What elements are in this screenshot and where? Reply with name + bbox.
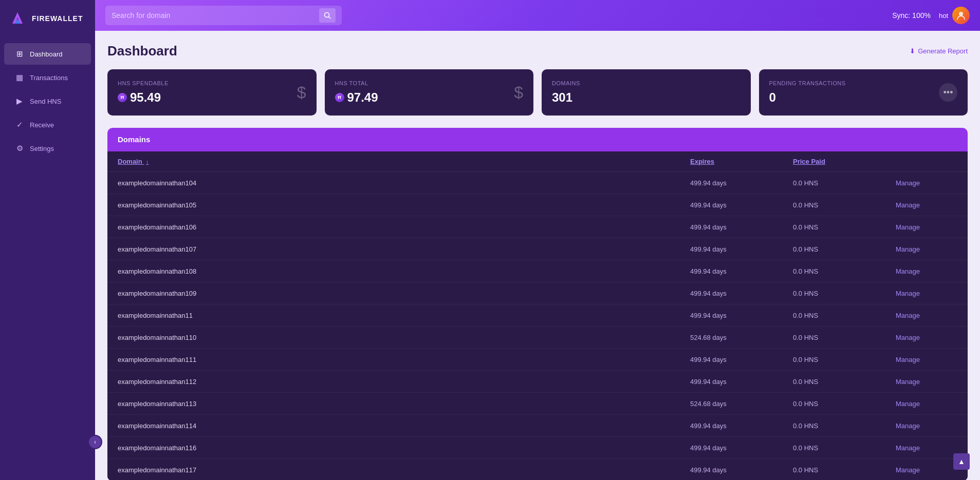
cell-domain-8: exampledomainnathan111 [118,356,690,363]
cell-price-12: 0.0 HNS [793,444,896,452]
cell-manage-12[interactable]: Manage [896,443,957,452]
manage-link-4[interactable]: Manage [896,267,920,275]
cell-price-7: 0.0 HNS [793,334,896,341]
sidebar-header: FIREWALLET [0,0,95,37]
cell-manage-9[interactable]: Manage [896,377,957,386]
search-input[interactable] [112,11,315,20]
more-options-button[interactable]: ••• [939,83,957,102]
hns-icon-spendable: Ħ [118,93,127,102]
cell-expires-13: 499.94 days [690,466,793,474]
topbar: Sync: 100% hot [95,0,980,31]
table-row: exampledomainnathan109 499.94 days 0.0 H… [107,282,968,304]
cell-manage-13[interactable]: Manage [896,465,957,474]
sync-status: Sync: 100% [892,11,931,20]
cell-price-4: 0.0 HNS [793,267,896,275]
manage-link-2[interactable]: Manage [896,223,920,231]
manage-link-12[interactable]: Manage [896,444,920,452]
transactions-icon: ▦ [14,73,25,82]
col-header-price[interactable]: Price Paid [793,158,896,165]
manage-link-11[interactable]: Manage [896,422,920,430]
cell-manage-2[interactable]: Manage [896,222,957,232]
receive-icon: ✓ [14,120,25,129]
col-header-expires[interactable]: Expires [690,158,793,165]
cell-manage-3[interactable]: Manage [896,244,957,254]
manage-link-9[interactable]: Manage [896,378,920,386]
sidebar-item-send-hns[interactable]: ▶ Send HNS [4,90,91,112]
stat-value-domains: 301 [552,90,580,105]
generate-report-button[interactable]: ⬇ Generate Report [910,47,968,55]
brand-name: FIREWALLET [32,14,83,23]
cell-price-10: 0.0 HNS [793,400,896,408]
cell-manage-0[interactable]: Manage [896,178,957,187]
cell-manage-7[interactable]: Manage [896,333,957,342]
cell-manage-5[interactable]: Manage [896,289,957,298]
sidebar-item-receive[interactable]: ✓ Receive [4,114,91,136]
main-area: Sync: 100% hot Dashboard ⬇ Generate Repo… [95,0,980,480]
table-header: Domain ↕ Expires Price Paid [107,151,968,172]
cell-price-9: 0.0 HNS [793,378,896,386]
manage-link-8[interactable]: Manage [896,356,920,363]
table-row: exampledomainnathan117 499.94 days 0.0 H… [107,459,968,480]
table-row: exampledomainnathan112 499.94 days 0.0 H… [107,371,968,393]
cell-expires-11: 499.94 days [690,422,793,430]
stat-card-pending: PENDING TRANSACTIONS 0 ••• [759,69,968,116]
cell-domain-9: exampledomainnathan112 [118,378,690,386]
manage-link-7[interactable]: Manage [896,334,920,341]
cell-price-13: 0.0 HNS [793,466,896,474]
cell-domain-2: exampledomainnathan106 [118,223,690,231]
search-icon [324,12,331,19]
generate-report-label: Generate Report [918,47,968,55]
domains-table: Domain ↕ Expires Price Paid exampledomai… [107,151,968,480]
sidebar-label-receive: Receive [30,121,54,129]
cell-manage-10[interactable]: Manage [896,399,957,408]
cell-price-8: 0.0 HNS [793,356,896,363]
col-header-domain[interactable]: Domain ↕ [118,158,690,165]
cell-manage-6[interactable]: Manage [896,311,957,320]
table-row: exampledomainnathan104 499.94 days 0.0 H… [107,172,968,194]
cell-domain-0: exampledomainnathan104 [118,179,690,187]
search-button[interactable] [319,8,336,23]
col-header-action [896,158,957,165]
sidebar-label-transactions: Transactions [30,74,68,82]
page-title: Dashboard [107,43,177,59]
manage-link-10[interactable]: Manage [896,400,920,408]
sidebar: FIREWALLET ⊞ Dashboard ▦ Transactions ▶ … [0,0,95,480]
stat-value-spendable: Ħ 95.49 [118,90,169,105]
sidebar-item-dashboard[interactable]: ⊞ Dashboard [4,43,91,65]
collapse-button[interactable]: ‹ [88,435,102,449]
cell-manage-8[interactable]: Manage [896,355,957,364]
sidebar-label-dashboard: Dashboard [30,50,63,58]
cell-domain-7: exampledomainnathan110 [118,334,690,341]
manage-link-3[interactable]: Manage [896,245,920,253]
manage-link-1[interactable]: Manage [896,201,920,209]
cell-expires-8: 499.94 days [690,356,793,363]
table-row: exampledomainnathan107 499.94 days 0.0 H… [107,238,968,260]
sidebar-item-settings[interactable]: ⚙ Settings [4,138,91,159]
cell-price-6: 0.0 HNS [793,312,896,319]
table-row: exampledomainnathan114 499.94 days 0.0 H… [107,415,968,437]
stat-label-total: HNS TOTAL [335,80,378,86]
manage-link-5[interactable]: Manage [896,290,920,297]
hns-icon-total: Ħ [335,93,344,102]
cell-expires-5: 499.94 days [690,290,793,297]
cell-expires-7: 524.68 days [690,334,793,341]
sidebar-label-send-hns: Send HNS [30,98,61,105]
sort-icon-domain: ↕ [146,159,149,165]
settings-icon: ⚙ [14,144,25,153]
cell-domain-11: exampledomainnathan114 [118,422,690,430]
user-avatar[interactable] [952,7,970,24]
scroll-to-top-button[interactable]: ▲ [953,453,970,470]
cell-manage-11[interactable]: Manage [896,421,957,430]
cell-manage-1[interactable]: Manage [896,200,957,209]
cell-expires-6: 499.94 days [690,312,793,319]
manage-link-6[interactable]: Manage [896,312,920,319]
stats-row: HNS SPENDABLE Ħ 95.49 $ HNS TOTAL Ħ 97.4… [107,69,968,116]
cell-expires-0: 499.94 days [690,179,793,187]
cell-manage-4[interactable]: Manage [896,266,957,276]
stat-card-hns-spendable: HNS SPENDABLE Ħ 95.49 $ [107,69,317,116]
manage-link-0[interactable]: Manage [896,179,920,187]
stat-card-domains: DOMAINS 301 [542,69,751,116]
stat-card-hns-total: HNS TOTAL Ħ 97.49 $ [325,69,534,116]
manage-link-13[interactable]: Manage [896,466,920,474]
sidebar-item-transactions[interactable]: ▦ Transactions [4,67,91,88]
